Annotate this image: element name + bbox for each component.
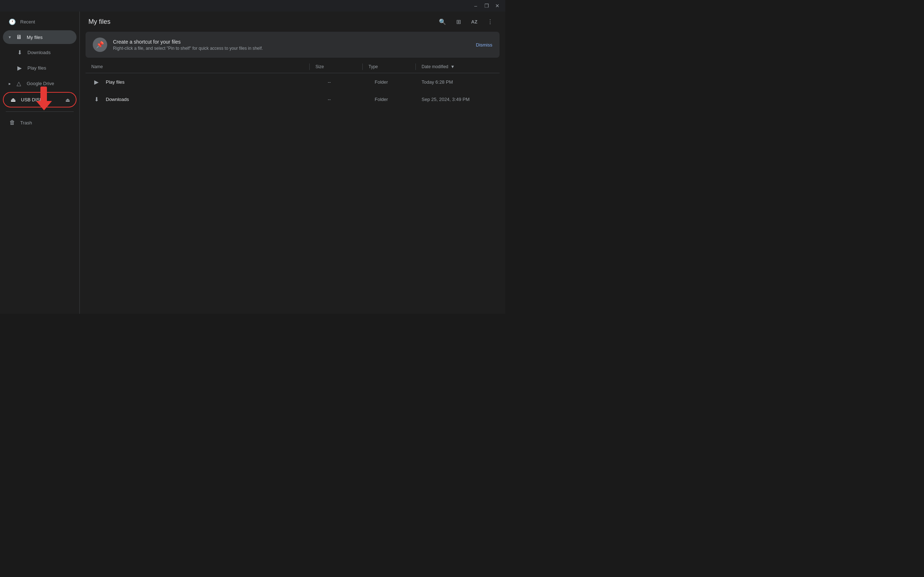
banner-text: Create a shortcut for your files Right-c… [113,39,470,51]
table-row[interactable]: ⬇ Downloads -- Folder Sep 25, 2024, 3:49… [86,90,499,108]
row-date-downloads: Sep 25, 2024, 3:49 PM [422,97,494,102]
row-type-downloads: Folder [375,97,422,102]
expand-arrow-icon: ▾ [9,35,11,40]
sidebar-item-playfiles[interactable]: ▶ Play files [3,61,76,75]
recent-icon: 🕐 [9,18,16,25]
row-date-playfiles: Today 6:28 PM [422,79,494,85]
restore-button[interactable]: ❐ [481,1,492,11]
col-header-size[interactable]: Size [315,64,324,69]
sidebar-item-googledrive[interactable]: ▸ △ Google Drive [3,76,76,90]
col-header-date[interactable]: Date modified [422,64,448,69]
sidebar-item-label-playfiles: Play files [27,65,46,71]
search-button[interactable]: 🔍 [436,15,449,28]
search-icon: 🔍 [439,18,446,25]
col-divider-3 [415,63,416,70]
grid-view-button[interactable]: ⊞ [452,15,465,28]
row-type-playfiles: Folder [375,79,422,85]
sidebar-item-label-trash: Trash [20,120,32,126]
sort-button[interactable]: AZ [468,15,481,28]
main-content: My files 🔍 ⊞ AZ ⋮ 📌 Create a shortc [79,11,505,314]
sidebar-item-trash[interactable]: 🗑 Trash [3,116,76,129]
grid-icon: ⊞ [456,18,461,25]
titlebar: – ❐ ✕ [0,0,505,11]
table-header: Name Size Type Date modified ▼ [86,61,499,73]
minimize-button[interactable]: – [471,1,481,11]
row-size-downloads: -- [328,97,375,102]
sidebar-item-label-downloads: Downloads [27,50,50,55]
eject-icon[interactable]: ⏏ [65,97,70,103]
sidebar-item-recent[interactable]: 🕐 Recent [3,15,76,29]
header: My files 🔍 ⊞ AZ ⋮ [80,11,505,32]
myfiles-icon: 🖥 [15,34,23,40]
col-divider-1 [309,63,310,70]
col-header-name[interactable]: Name [91,64,103,69]
col-header-type[interactable]: Type [368,64,378,69]
sidebar-item-label-recent: Recent [20,19,35,24]
info-banner: 📌 Create a shortcut for your files Right… [86,32,499,58]
row-icon-downloads: ⬇ [91,94,102,104]
sidebar-item-label-myfiles: My files [27,35,43,40]
trash-icon: 🗑 [9,119,16,126]
downloads-icon: ⬇ [16,49,23,56]
banner-icon: 📌 [93,37,107,52]
googledrive-icon: △ [15,80,23,87]
app-container: 🕐 Recent ▾ 🖥 My files ⬇ Downloads ▶ Play… [0,11,505,314]
col-divider-2 [362,63,363,70]
row-size-playfiles: -- [328,79,375,85]
sidebar-item-myfiles[interactable]: ▾ 🖥 My files [3,30,76,44]
sidebar-divider [6,111,74,112]
header-actions: 🔍 ⊞ AZ ⋮ [436,15,497,28]
sort-down-icon: ▼ [451,64,455,69]
usbdisk-icon: ⏏ [10,96,16,103]
page-title: My files [89,18,110,26]
sidebar-item-downloads[interactable]: ⬇ Downloads [3,45,76,60]
more-menu-button[interactable]: ⋮ [484,15,497,28]
row-name-playfiles: Play files [106,79,328,85]
playfiles-icon: ▶ [16,64,23,71]
file-table: Name Size Type Date modified ▼ ▶ [80,61,505,314]
banner-subtitle: Right-click a file, and select "Pin to s… [113,46,470,51]
close-button[interactable]: ✕ [492,1,502,11]
sidebar-item-label-googledrive: Google Drive [27,81,54,86]
row-icon-playfiles: ▶ [91,77,102,87]
sidebar: 🕐 Recent ▾ 🖥 My files ⬇ Downloads ▶ Play… [0,11,79,314]
table-row[interactable]: ▶ Play files -- Folder Today 6:28 PM [86,73,499,90]
row-name-downloads: Downloads [106,97,328,102]
banner-title: Create a shortcut for your files [113,39,470,45]
expand-googledrive-icon: ▸ [9,81,11,86]
more-icon: ⋮ [487,18,493,25]
sort-az-icon: AZ [471,19,477,24]
dismiss-button[interactable]: Dismiss [476,42,493,48]
